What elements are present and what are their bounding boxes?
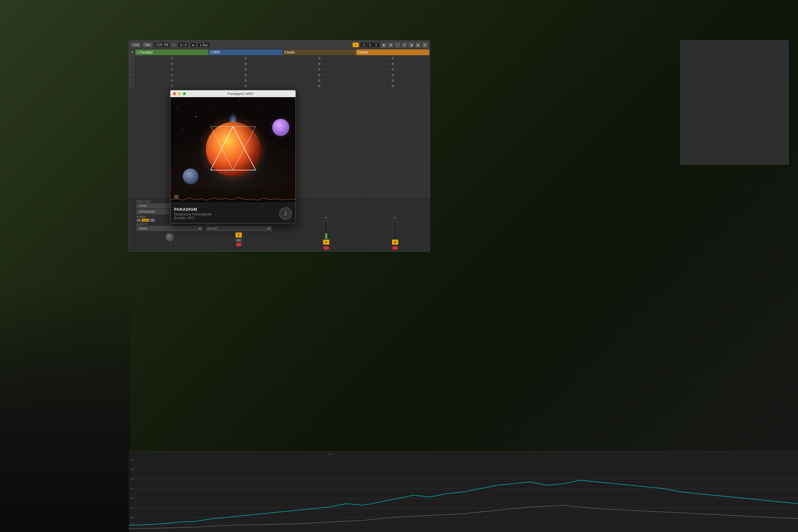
clip-cell-3-4[interactable] xyxy=(356,67,430,72)
midi-to-select[interactable]: No Out xyxy=(206,226,271,231)
clip-square xyxy=(245,85,247,87)
play-button[interactable]: ▶ xyxy=(381,42,387,48)
clip-dot xyxy=(171,85,173,87)
track-1-fader[interactable] xyxy=(172,242,174,251)
plugin-logo-symbol: ) xyxy=(285,211,286,216)
master-fold-button[interactable]: ▼ xyxy=(129,49,135,56)
clip-cell-5-2[interactable] xyxy=(209,78,282,83)
time-sig-display[interactable]: 4 / 4 xyxy=(178,42,188,48)
link-button[interactable]: Link xyxy=(131,42,141,47)
track-4-number[interactable]: S xyxy=(392,240,398,245)
plugin-info-bar: PARADIGM Designed by Puremagnetik Brookl… xyxy=(170,203,296,224)
maximize-button[interactable] xyxy=(183,92,186,95)
track-header-4[interactable]: 4 Audio xyxy=(356,49,430,55)
clip-dot xyxy=(171,79,173,82)
clip-cell-4-4[interactable] xyxy=(356,72,430,78)
clip-cell-6-2[interactable] xyxy=(209,83,282,89)
track-4-record[interactable] xyxy=(392,246,398,250)
track-2-record[interactable] xyxy=(235,243,242,246)
monitor-off-btn[interactable]: Off xyxy=(149,218,155,222)
clip-cell-5-3[interactable] xyxy=(282,78,356,83)
clip-square xyxy=(318,74,320,76)
clip-square xyxy=(245,79,247,82)
track-header-1[interactable]: 1 Paradigm xyxy=(135,49,209,55)
clip-cell-5-4[interactable] xyxy=(356,78,430,83)
toolbar: Link Tap 120.00 ||||| 4 / 4 ● 1 Bar + 1.… xyxy=(129,41,430,49)
plugin-designer-text: Designed by Puremagnetik xyxy=(174,213,211,216)
hamburger-line-2 xyxy=(174,196,178,197)
clip-cell-6-1[interactable] xyxy=(135,83,209,89)
clip-square xyxy=(245,63,247,65)
add-track-button[interactable]: + xyxy=(353,42,359,47)
track-2-solo[interactable]: S xyxy=(235,239,242,242)
clip-square xyxy=(392,79,394,82)
record-enable-button[interactable]: ● xyxy=(395,42,400,48)
track-4-fader[interactable] xyxy=(394,221,396,239)
bpm-display[interactable]: 120.00 xyxy=(154,42,170,48)
clip-cell-1-1[interactable] xyxy=(135,56,209,61)
purple-moon xyxy=(272,119,289,136)
monitor-in-btn[interactable]: In xyxy=(137,218,141,222)
clip-square xyxy=(245,74,247,76)
track-header-2[interactable]: 2 MIDI xyxy=(209,49,282,55)
track-3-number[interactable]: S xyxy=(323,240,329,245)
plugin-location-text: Brooklyn, NYC xyxy=(174,216,211,220)
master-cell xyxy=(129,83,135,89)
clip-dot xyxy=(171,57,173,59)
tap-button[interactable]: Tap xyxy=(143,42,152,47)
track-3-record[interactable] xyxy=(323,246,329,250)
clip-dot xyxy=(171,74,173,76)
clip-cell-2-1[interactable] xyxy=(135,61,209,66)
clip-dot xyxy=(171,63,173,65)
back-button[interactable]: ◀ xyxy=(408,42,414,48)
loop-button[interactable]: ↺ xyxy=(402,42,407,48)
hamburger-menu-button[interactable] xyxy=(174,195,178,198)
track-3-fader[interactable] xyxy=(325,221,327,239)
track-header-3[interactable]: 3 Audio xyxy=(282,49,356,55)
plugin-name-text: PARADIGM xyxy=(174,207,211,212)
track-1-pan-knob[interactable] xyxy=(166,233,174,241)
drop-hint-text: + xyxy=(783,44,785,48)
clip-cell-5-1[interactable] xyxy=(135,78,209,83)
master-cell xyxy=(129,61,135,66)
clip-dot xyxy=(171,68,173,71)
master-cell xyxy=(129,67,135,72)
clip-cell-1-2[interactable] xyxy=(209,56,282,61)
audio-to-select[interactable]: Master xyxy=(137,226,203,231)
clip-square xyxy=(318,57,320,59)
clip-cell-4-2[interactable] xyxy=(209,72,282,78)
track-1-controls xyxy=(129,198,135,251)
clip-cell-6-3[interactable] xyxy=(282,83,356,89)
svg-marker-1 xyxy=(210,127,255,170)
stop-button[interactable]: ■ xyxy=(388,42,394,48)
plugin-logo: ) xyxy=(279,207,292,220)
quantize-dropdown[interactable]: 1 Bar xyxy=(198,42,210,48)
clip-cell-4-3[interactable] xyxy=(282,72,356,78)
analyzer-waveform xyxy=(129,451,798,532)
clip-cell-3-3[interactable] xyxy=(282,67,356,72)
plugin-text-info: PARADIGM Designed by Puremagnetik Brookl… xyxy=(174,207,211,220)
clip-row xyxy=(129,67,430,72)
clip-cell-2-2[interactable] xyxy=(209,61,282,66)
clip-row xyxy=(129,56,430,61)
minimize-button[interactable] xyxy=(178,92,181,95)
close-button[interactable] xyxy=(173,92,176,95)
waveform-svg xyxy=(170,193,296,203)
forward-button[interactable]: ▶ xyxy=(415,42,421,48)
track-3-level xyxy=(325,233,327,239)
clip-cell-6-4[interactable] xyxy=(356,83,430,89)
metronome-btn[interactable]: ● xyxy=(190,42,196,48)
monitor-auto-btn[interactable]: Auto xyxy=(141,218,149,222)
clip-cell-2-3[interactable] xyxy=(282,61,356,66)
clip-cell-1-3[interactable] xyxy=(282,56,356,61)
waveform-area xyxy=(170,193,296,203)
track-4-db-label: 36 xyxy=(394,216,396,219)
track-headers: ▼ 1 Paradigm 2 MIDI 3 Audio 4 Audio xyxy=(129,49,430,56)
clip-cell-1-4[interactable] xyxy=(356,56,430,61)
clip-cell-4-1[interactable] xyxy=(135,72,209,78)
clip-cell-3-1[interactable] xyxy=(135,67,209,72)
clip-cell-2-4[interactable] xyxy=(356,61,430,66)
track-2-number[interactable]: 2 xyxy=(235,232,242,238)
settings-button[interactable]: ⚙ xyxy=(422,42,428,48)
clip-cell-3-2[interactable] xyxy=(209,67,282,72)
